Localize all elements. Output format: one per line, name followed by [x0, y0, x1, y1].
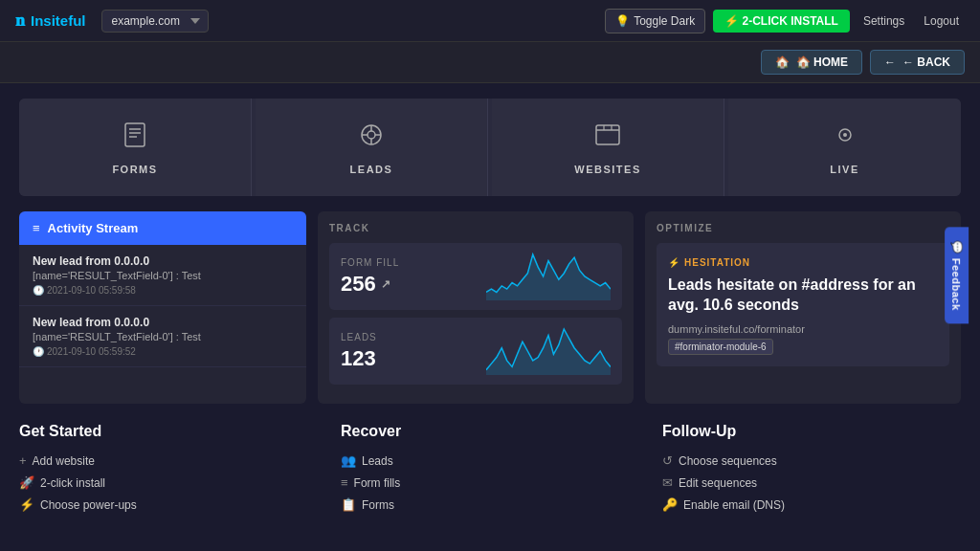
- logo: 𝐧 Insiteful: [15, 11, 86, 31]
- choose-powerups-item[interactable]: ⚡ Choose power-ups: [19, 494, 318, 516]
- home-icon: 🏠: [775, 55, 790, 69]
- middle-section: ≡ Activity Stream New lead from 0.0.0.0 …: [19, 211, 961, 404]
- back-icon: ←: [884, 55, 896, 69]
- get-started-col: Get Started + Add website 🚀 2-click inst…: [19, 423, 318, 516]
- svg-marker-17: [486, 329, 611, 375]
- top-card-leads[interactable]: LEADS: [256, 99, 488, 196]
- activity-stream-panel: ≡ Activity Stream New lead from 0.0.0.0 …: [19, 211, 306, 404]
- leads-label: LEADS: [350, 164, 393, 175]
- choose-sequences-item[interactable]: ↺ Choose sequences: [662, 450, 961, 472]
- domain-selector[interactable]: example.com: [101, 10, 209, 33]
- hesitation-icon: ⚡: [668, 257, 680, 268]
- add-website-item[interactable]: + Add website: [19, 450, 318, 472]
- form-fill-chart: [486, 253, 611, 300]
- activity-stream-menu-icon: ≡: [33, 221, 40, 235]
- svg-point-5: [368, 131, 375, 139]
- sequences-icon: ↺: [662, 453, 673, 468]
- optimize-section-label: OPTIMIZE: [657, 223, 949, 233]
- form-fills-icon: ≡: [341, 475, 348, 490]
- home-button[interactable]: 🏠 🏠 HOME: [761, 50, 862, 75]
- logo-text: Insiteful: [31, 12, 86, 29]
- people-icon: 👥: [341, 453, 356, 468]
- install-button[interactable]: ⚡ 2-CLICK INSTALL: [713, 10, 850, 33]
- activity-stream-header: ≡ Activity Stream: [19, 211, 306, 245]
- feedback-icon: 💬: [950, 240, 963, 254]
- hesitation-badge: ⚡ HESITATION: [668, 257, 750, 268]
- activity-item-title: New lead from 0.0.0.0: [33, 254, 293, 268]
- rocket-icon: 🚀: [19, 475, 34, 490]
- main-content: FORMS LEADS: [0, 83, 980, 546]
- two-click-install-item[interactable]: 🚀 2-click install: [19, 472, 318, 494]
- activity-stream-title: Activity Stream: [48, 221, 139, 235]
- activity-item[interactable]: New lead from 0.0.0.0 [name='RESULT_Text…: [19, 306, 306, 367]
- metric-left: FORM FILL 256 ↗: [341, 257, 399, 297]
- form-fill-metric: FORM FILL 256 ↗: [329, 243, 622, 310]
- form-fill-value: 256 ↗: [341, 272, 399, 297]
- top-card-websites[interactable]: WEBSITES: [492, 99, 724, 196]
- bottom-section: Get Started + Add website 🚀 2-click inst…: [19, 423, 961, 531]
- key-icon: 🔑: [662, 497, 678, 512]
- feedback-button[interactable]: 💬 Feedback: [945, 227, 969, 323]
- settings-button[interactable]: Settings: [858, 11, 910, 32]
- recover-title: Recover: [341, 423, 639, 440]
- svg-rect-0: [125, 123, 145, 146]
- logout-button[interactable]: Logout: [918, 11, 965, 32]
- svg-marker-16: [486, 254, 611, 300]
- clock-icon: 🕐: [33, 285, 44, 296]
- track-section-label: TRACK: [329, 223, 622, 233]
- get-started-title: Get Started: [19, 423, 318, 440]
- back-button[interactable]: ← ← BACK: [870, 50, 965, 75]
- websites-icon: [592, 120, 623, 156]
- clock-icon: 🕐: [33, 346, 44, 357]
- live-icon: [830, 120, 860, 156]
- websites-label: WEBSITES: [574, 164, 640, 175]
- recover-leads-item[interactable]: 👥 Leads: [341, 450, 639, 472]
- form-fill-link-icon[interactable]: ↗: [381, 277, 390, 291]
- activity-item[interactable]: New lead from 0.0.0.0 [name='RESULT_Text…: [19, 245, 306, 306]
- email-icon: ✉: [662, 475, 673, 490]
- header-actions: 💡 Toggle Dark ⚡ 2-CLICK INSTALL Settings…: [605, 9, 965, 33]
- recover-col: Recover 👥 Leads ≡ Form fills 📋 Forms: [341, 423, 639, 516]
- leads-chart: [486, 327, 611, 375]
- live-label: LIVE: [830, 164, 858, 175]
- follow-up-col: Follow-Up ↺ Choose sequences ✉ Edit sequ…: [662, 423, 961, 516]
- activity-item-time: 🕐 2021-09-10 05:59:58: [33, 285, 293, 296]
- logo-icon: 𝐧: [15, 11, 25, 31]
- form-fill-label: FORM FILL: [341, 257, 399, 268]
- top-cards: FORMS LEADS: [19, 99, 961, 196]
- activity-item-time: 🕐 2021-09-10 05:59:52: [33, 346, 293, 357]
- edit-sequences-item[interactable]: ✉ Edit sequences: [662, 472, 961, 494]
- hesitation-link[interactable]: dummy.insiteful.co/forminator: [668, 323, 938, 335]
- header: 𝐧 Insiteful example.com 💡 Toggle Dark ⚡ …: [0, 0, 980, 42]
- recover-forms-item[interactable]: 📋 Forms: [341, 494, 639, 516]
- top-card-forms[interactable]: FORMS: [19, 99, 252, 196]
- forms-recover-icon: 📋: [341, 497, 356, 512]
- lightning-icon: ⚡: [19, 497, 34, 512]
- metric-left: LEADS 123: [341, 332, 377, 371]
- leads-value: 123: [341, 346, 377, 371]
- track-panel: TRACK FORM FILL 256 ↗: [318, 211, 634, 404]
- activity-item-sub: [name='RESULT_TextField-0'] : Test: [33, 270, 293, 281]
- activity-item-sub: [name='RESULT_TextField-0'] : Test: [33, 331, 293, 342]
- leads-sublabel: LEADS: [341, 332, 377, 342]
- top-card-live[interactable]: LIVE: [728, 99, 961, 196]
- toggle-dark-icon: 💡: [615, 14, 630, 28]
- follow-up-title: Follow-Up: [662, 423, 961, 440]
- hesitation-card[interactable]: ⚡ HESITATION Leads hesitate on #address …: [657, 243, 949, 366]
- leads-metric: LEADS 123: [329, 318, 622, 385]
- recover-form-fills-item[interactable]: ≡ Form fills: [341, 472, 639, 494]
- hesitation-title: Leads hesitate on #address for an avg. 1…: [668, 276, 938, 316]
- nav-bar: 🏠 🏠 HOME ← ← BACK: [0, 42, 980, 83]
- forminator-badge: #forminator-module-6: [668, 339, 773, 355]
- svg-rect-10: [596, 125, 619, 144]
- svg-point-15: [843, 133, 847, 137]
- activity-item-title: New lead from 0.0.0.0: [33, 316, 293, 329]
- forms-icon: [120, 120, 150, 156]
- optimize-panel: OPTIMIZE ⚡ HESITATION Leads hesitate on …: [645, 211, 961, 404]
- add-icon: +: [19, 453, 27, 468]
- leads-icon: [356, 120, 387, 156]
- toggle-dark-button[interactable]: 💡 Toggle Dark: [605, 9, 705, 33]
- enable-email-item[interactable]: 🔑 Enable email (DNS): [662, 494, 961, 516]
- forms-label: FORMS: [112, 164, 157, 175]
